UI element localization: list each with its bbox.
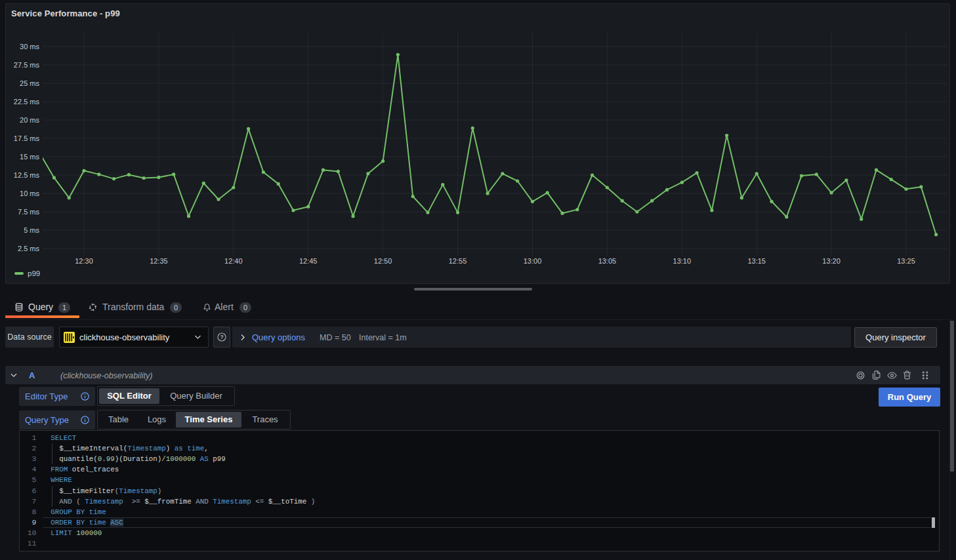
svg-text:22.5 ms: 22.5 ms — [14, 98, 40, 106]
svg-text:?: ? — [220, 334, 223, 340]
svg-text:30 ms: 30 ms — [20, 43, 39, 50]
svg-text:12.5 ms: 12.5 ms — [14, 171, 40, 179]
svg-text:17.5 ms: 17.5 ms — [14, 134, 40, 142]
svg-text:12:40: 12:40 — [224, 257, 243, 265]
svg-text:13:10: 13:10 — [673, 257, 692, 265]
svg-text:13:20: 13:20 — [822, 257, 841, 265]
svg-text:13:05: 13:05 — [598, 257, 617, 265]
svg-text:12:50: 12:50 — [374, 257, 392, 265]
svg-text:12:55: 12:55 — [449, 257, 467, 265]
svg-text:25 ms: 25 ms — [20, 79, 39, 87]
svg-text:2.5 ms: 2.5 ms — [18, 245, 40, 252]
svg-text:15 ms: 15 ms — [20, 153, 39, 161]
svg-text:13:25: 13:25 — [897, 257, 915, 265]
svg-text:12:45: 12:45 — [299, 257, 318, 265]
svg-text:7.5 ms: 7.5 ms — [18, 208, 40, 216]
svg-text:10 ms: 10 ms — [20, 190, 39, 197]
svg-text:5 ms: 5 ms — [24, 226, 39, 234]
svg-text:20 ms: 20 ms — [20, 116, 39, 124]
svg-text:13:00: 13:00 — [524, 257, 542, 265]
svg-text:13:15: 13:15 — [747, 257, 766, 265]
svg-text:12:30: 12:30 — [75, 257, 93, 265]
svg-text:27.5 ms: 27.5 ms — [14, 61, 40, 69]
svg-text:12:35: 12:35 — [150, 257, 168, 265]
